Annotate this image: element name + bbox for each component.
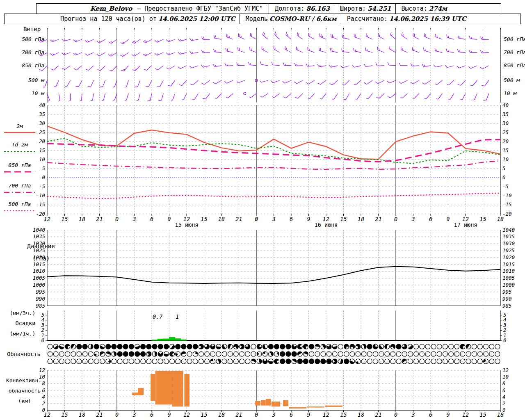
wind-barb	[224, 80, 233, 83]
cloud-circle	[396, 352, 401, 356]
cloud-circle	[53, 352, 58, 356]
wind-barb	[189, 51, 198, 53]
cloud-circle	[187, 352, 192, 356]
wind-barb	[226, 34, 233, 39]
wind-barb	[468, 66, 477, 68]
cloud-circle	[373, 359, 378, 364]
wind-barb	[283, 80, 291, 83]
cloud-fill	[94, 344, 99, 349]
wind-level-label-right: 500 м	[504, 77, 520, 83]
cloud-circle	[315, 352, 320, 356]
convective-cloud-bar	[155, 371, 172, 405]
cloud-fill	[396, 344, 401, 349]
cloud-circle	[489, 359, 494, 364]
convective-cloud-bar	[289, 407, 306, 409]
wind-barb	[47, 94, 50, 101]
cloud-circle	[199, 359, 203, 364]
cloud-circle	[361, 359, 366, 364]
temp-ytick-right: -5	[502, 183, 509, 189]
pressure-ytick-left: 990	[36, 296, 45, 302]
cloud-fill	[367, 344, 372, 349]
cloud-circle	[437, 344, 442, 349]
wind-barb	[332, 94, 338, 99]
temp-ytick-left: 35	[39, 111, 45, 117]
wind-barb	[157, 80, 163, 87]
temp-ytick-left: -15	[36, 201, 45, 208]
precip-bar	[181, 340, 187, 340]
wind-barb	[366, 33, 372, 39]
pressure-ytick-left: 985	[36, 303, 45, 309]
wind-barb	[317, 64, 326, 67]
temp-ytick-right: 0	[502, 174, 506, 180]
wind-barb	[344, 94, 349, 100]
wind-barb	[171, 94, 175, 100]
time-tick-label: 18	[358, 216, 364, 222]
time-tick-label: 18	[497, 216, 504, 222]
precip-bar	[152, 340, 158, 340]
convective-cloud-bar	[325, 406, 342, 407]
cloud-fill	[141, 352, 146, 356]
cloud-circle	[164, 359, 169, 364]
conv-ytick-right: 6	[502, 387, 506, 393]
convective-cloud-bar	[261, 400, 265, 406]
time-tick-label-bottom: 9	[307, 411, 310, 418]
wind-barb	[376, 94, 384, 98]
legend-label-3: 700 гПа	[9, 183, 31, 189]
cloud-circle	[82, 352, 87, 356]
time-tick-label-bottom: 9	[446, 411, 450, 418]
precip-ytick-left: 5	[41, 312, 44, 318]
wind-barb	[388, 62, 396, 66]
temp-ytick-left: 25	[39, 129, 45, 135]
cloud-fill	[94, 354, 96, 356]
time-tick-label-bottom: 15	[201, 411, 207, 418]
wind-barb	[435, 48, 442, 52]
wind-barb	[168, 80, 175, 86]
conv-ytick-left: 8	[42, 380, 45, 386]
wind-barb	[422, 80, 431, 84]
cloud-fill	[112, 344, 116, 349]
legend-label-2: 850 гПа	[9, 162, 31, 168]
wind-barb	[272, 62, 279, 66]
wind-barb	[435, 80, 442, 84]
wind-barb	[192, 94, 198, 99]
cloud-circle	[146, 359, 151, 364]
precip-annotation: 0.7	[153, 313, 162, 320]
cloud-circle	[158, 359, 163, 364]
wind-barb	[480, 50, 489, 53]
temp-ytick-right: 10	[502, 156, 509, 162]
time-tick-label: 9	[446, 216, 450, 222]
cloud-circle	[425, 344, 430, 349]
pressure-ytick-right: 1035	[502, 233, 515, 240]
wind-barb	[483, 94, 488, 100]
precip-bar	[158, 339, 163, 340]
wind-barb	[330, 48, 338, 52]
wind-barb	[294, 63, 303, 66]
wind-level-label-left: 500 гПа	[22, 36, 44, 42]
pressure-ytick-right: 1000	[502, 282, 515, 288]
wind-barb	[178, 39, 187, 41]
wind-barb	[319, 48, 326, 52]
cloud-fill	[274, 344, 279, 349]
wind-barb	[387, 80, 396, 83]
wind-barb	[378, 33, 384, 39]
cloud-fill	[135, 352, 140, 356]
cloud-circle	[402, 352, 407, 356]
wind-barb	[73, 39, 82, 42]
cloud-circle	[117, 359, 122, 364]
temp-ytick-right: 40	[502, 102, 509, 108]
wind-barb	[147, 94, 152, 101]
wind-barb	[331, 34, 338, 39]
wind-barb	[155, 52, 163, 55]
wind-level-label-left: 500 м	[28, 77, 45, 83]
time-tick-label-bottom: 15	[61, 411, 68, 418]
cloud-fill	[129, 352, 134, 356]
pressure-ytick-right: 990	[502, 296, 512, 302]
cloud-circle	[222, 359, 227, 364]
wind-barb	[365, 48, 373, 52]
pressure-ytick-right: 985	[502, 303, 512, 309]
time-tick-label: 0	[394, 216, 397, 222]
time-tick-label-bottom: 3	[272, 411, 275, 418]
conv-ytick-right: 8	[502, 380, 506, 386]
time-tick-label-bottom: 12	[323, 411, 329, 418]
wind-barb	[113, 80, 117, 87]
